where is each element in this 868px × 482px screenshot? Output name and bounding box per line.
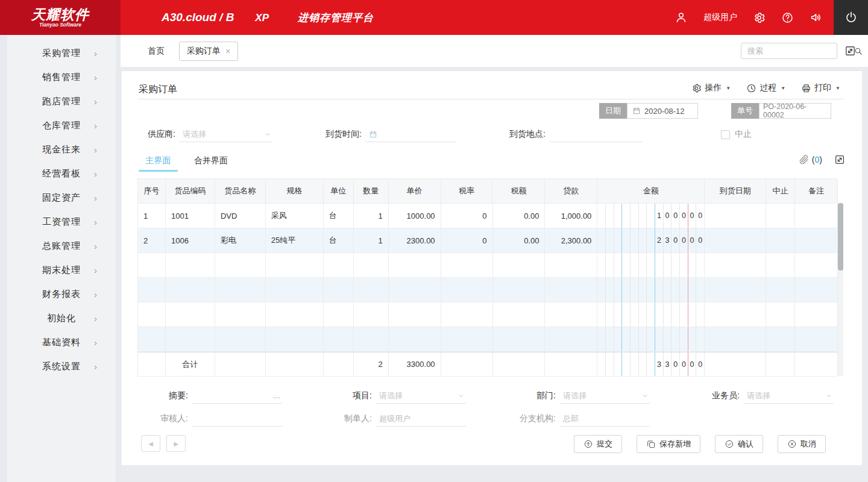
department-select[interactable]: 请选择 bbox=[559, 388, 650, 404]
table-cell bbox=[266, 278, 324, 302]
table-cell: 1 bbox=[354, 228, 389, 252]
tab-merged-view[interactable]: 合并界面 bbox=[187, 155, 235, 172]
table-scrollbar[interactable] bbox=[838, 203, 843, 376]
sidebar-item[interactable]: 仓库管理› bbox=[7, 113, 116, 137]
search-input[interactable] bbox=[747, 46, 854, 55]
action-menu-button[interactable]: 操作▼ bbox=[691, 83, 731, 93]
fullscreen-icon[interactable] bbox=[844, 45, 856, 57]
amount-digit bbox=[631, 278, 639, 302]
salesman-group: 业务员: 请选择 bbox=[691, 388, 834, 404]
chevron-right-icon: › bbox=[94, 72, 98, 83]
salesman-select[interactable]: 请选择 bbox=[743, 388, 834, 404]
table-cell bbox=[493, 327, 546, 351]
help-icon[interactable] bbox=[781, 11, 794, 24]
table-cell: 2300.00 bbox=[389, 228, 441, 252]
auditor-input[interactable] bbox=[192, 411, 282, 427]
amount-digit bbox=[597, 352, 606, 376]
sidebar-item[interactable]: 销售管理› bbox=[7, 65, 116, 89]
sidebar-item[interactable]: 跑店管理› bbox=[7, 89, 116, 113]
table-empty-row[interactable] bbox=[138, 302, 838, 327]
process-menu-button[interactable]: 过程▼ bbox=[746, 83, 785, 93]
amount-digit bbox=[614, 327, 623, 351]
summary-more-button[interactable]: … bbox=[272, 391, 281, 400]
column-header: 贷款 bbox=[545, 179, 597, 203]
arrival-time-input[interactable] bbox=[365, 127, 456, 142]
date-input[interactable]: 2020-08-12 bbox=[627, 103, 698, 119]
supplier-select[interactable]: 请选择 bbox=[179, 127, 272, 142]
amount-digit: 3 bbox=[655, 352, 664, 376]
table-total-row[interactable]: 合计23300.00330000 bbox=[138, 352, 838, 377]
sidebar-item[interactable]: 总账管理› bbox=[7, 234, 116, 258]
amount-digit bbox=[597, 327, 606, 351]
table-cell bbox=[138, 352, 166, 376]
tab-home[interactable]: 首页 bbox=[148, 46, 165, 57]
arrival-place-input[interactable] bbox=[549, 127, 643, 142]
column-header: 税率 bbox=[441, 179, 493, 203]
table-cell: DVD bbox=[215, 204, 266, 228]
sidebar-item[interactable]: 财务报表› bbox=[7, 282, 116, 306]
chevron-right-icon: › bbox=[94, 48, 98, 58]
amount-digit: 2 bbox=[655, 228, 664, 252]
table-cell: 1001 bbox=[166, 204, 215, 228]
sidebar-item[interactable]: 工资管理› bbox=[7, 210, 116, 234]
table-empty-row[interactable] bbox=[138, 327, 838, 352]
attachment-button[interactable]: (0) bbox=[799, 155, 822, 164]
amount-digit bbox=[606, 302, 614, 327]
summary-input[interactable]: … bbox=[192, 388, 282, 404]
amount-digit-grid bbox=[597, 302, 704, 327]
tab-main-view[interactable]: 主界面 bbox=[139, 155, 178, 172]
tab-close-icon[interactable]: × bbox=[225, 46, 230, 56]
table-cell: 1 bbox=[354, 204, 389, 228]
user-icon[interactable] bbox=[675, 11, 688, 24]
sidebar-item[interactable]: 基础资料› bbox=[7, 330, 116, 354]
amount-digit bbox=[639, 204, 647, 228]
abort-checkbox[interactable] bbox=[721, 130, 730, 139]
submit-button[interactable]: 提交 bbox=[574, 435, 622, 453]
table-empty-row[interactable] bbox=[138, 253, 838, 278]
print-menu-button[interactable]: 打印▼ bbox=[801, 83, 840, 93]
amount-digit bbox=[597, 228, 606, 252]
tab-label: 采购订单 bbox=[187, 46, 221, 57]
settings-gear-icon[interactable] bbox=[753, 11, 766, 24]
prev-record-button[interactable]: ◀ bbox=[141, 435, 160, 452]
confirm-button[interactable]: 确认 bbox=[715, 435, 763, 453]
search-box bbox=[741, 43, 837, 59]
table-cell bbox=[215, 352, 266, 376]
sidebar-item[interactable]: 系统设置› bbox=[7, 354, 116, 378]
table-row[interactable]: 11001DVD采风台11000.0000.001,000.00100000 bbox=[138, 204, 838, 228]
amount-digit bbox=[688, 302, 697, 327]
sidebar-item[interactable]: 采购管理› bbox=[7, 41, 116, 65]
table-cell bbox=[493, 352, 546, 376]
scrollbar-thumb[interactable] bbox=[838, 203, 843, 271]
arrival-time-label: 到货时间: bbox=[326, 129, 362, 140]
abort-group: 中止 bbox=[721, 126, 755, 143]
amount-digit: 3 bbox=[664, 352, 672, 376]
amount-digit bbox=[597, 302, 606, 327]
logout-power-button[interactable] bbox=[834, 0, 868, 35]
summary-group: 摘要: … bbox=[140, 388, 282, 404]
tab-purchase-order[interactable]: 采购订单 × bbox=[179, 42, 238, 61]
table-cell: 0 bbox=[441, 228, 493, 252]
speaker-icon[interactable] bbox=[810, 11, 823, 24]
cancel-button[interactable]: 取消 bbox=[778, 435, 826, 453]
column-header: 金额 bbox=[597, 179, 705, 203]
table-fullscreen-icon[interactable] bbox=[834, 154, 845, 165]
sidebar-item[interactable]: 初始化› bbox=[7, 306, 116, 330]
current-username: 超级用户 bbox=[703, 12, 737, 23]
sidebar-item[interactable]: 现金往来› bbox=[7, 137, 116, 161]
amount-digit: 0 bbox=[680, 228, 688, 252]
table-cell bbox=[766, 278, 795, 302]
column-header: 单位 bbox=[324, 179, 354, 203]
caret-down-icon: ▼ bbox=[835, 86, 840, 91]
save-and-new-button[interactable]: 保存新增 bbox=[637, 435, 700, 453]
next-record-button[interactable]: ▶ bbox=[166, 435, 186, 452]
amount-digit: 0 bbox=[696, 228, 704, 252]
table-cell: 台 bbox=[324, 204, 354, 228]
table-cell: 1006 bbox=[166, 228, 215, 252]
sidebar-item[interactable]: 固定资产› bbox=[7, 186, 116, 210]
project-select[interactable]: 请选择 bbox=[376, 388, 466, 404]
table-empty-row[interactable] bbox=[138, 278, 838, 302]
sidebar-item[interactable]: 期末处理› bbox=[7, 258, 116, 282]
sidebar-item[interactable]: 经营看板› bbox=[7, 161, 116, 186]
table-row[interactable]: 21006彩电25纯平台12300.0000.002,300.00230000 bbox=[138, 228, 838, 253]
